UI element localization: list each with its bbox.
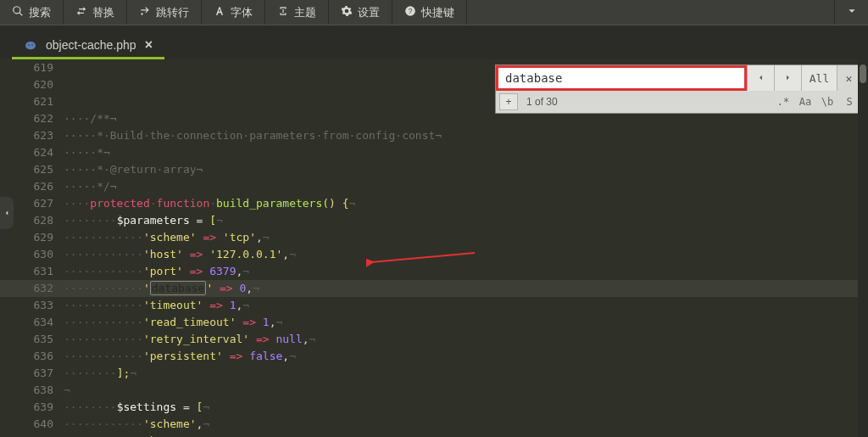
toolbar-label: 搜索 (29, 5, 51, 20)
svg-point-3 (25, 42, 36, 49)
code-line[interactable]: ············'persistent' => false,¬ (64, 348, 868, 365)
code-line[interactable]: ········$settings = [¬ (64, 399, 868, 416)
tab-active[interactable]: object-cache.php × (12, 32, 164, 59)
php-file-icon (24, 38, 37, 52)
code-line[interactable]: ············'timeout' => 1,¬ (64, 297, 868, 314)
search-opt-regex[interactable]: .* (772, 96, 794, 108)
toolbar-goto-line[interactable]: 跳转行 (127, 0, 202, 25)
code-line[interactable]: ············'read_timeout' => 1,¬ (64, 314, 868, 331)
code-line[interactable]: ········$parameters = [¬ (64, 212, 868, 229)
code-line[interactable]: ············'scheme',¬ (64, 416, 868, 433)
chevron-left-icon (756, 72, 765, 85)
chevron-right-icon (783, 72, 793, 85)
search-icon (12, 5, 24, 20)
code-line[interactable]: ·····*·Build·the·connection·parameters·f… (64, 127, 868, 144)
toolbar-label: 替换 (92, 5, 114, 20)
gutter: 6196206216226236246256266276286296306316… (0, 59, 64, 437)
toolbar-font[interactable]: 字体 (202, 0, 265, 25)
search-expand-button[interactable]: + (499, 93, 518, 110)
close-icon: ✕ (846, 72, 853, 85)
code-line[interactable]: ·····*¬ (64, 144, 868, 161)
search-opt-case[interactable]: Aa (794, 96, 816, 108)
toolbar-search[interactable]: 搜索 (0, 0, 64, 25)
toolbar-replace[interactable]: 替换 (64, 0, 127, 25)
code-line[interactable]: ·····*·@return·array¬ (64, 161, 868, 178)
close-icon[interactable]: × (145, 37, 153, 53)
search-all-button[interactable]: All (801, 65, 837, 91)
toolbar-overflow[interactable] (834, 0, 868, 25)
svg-point-5 (31, 44, 33, 46)
toolbar-label: 主题 (294, 5, 316, 20)
search-input[interactable] (496, 65, 747, 91)
code-line[interactable]: ············'host',¬ (64, 433, 868, 437)
search-opt-wholeword[interactable]: \b (816, 96, 838, 108)
chevron-left-icon (3, 205, 11, 221)
theme-icon (277, 5, 289, 20)
code-line[interactable]: ············'retry_interval' => null,¬ (64, 331, 868, 348)
code-line[interactable]: ············'port' => 6379,¬ (64, 263, 868, 280)
svg-text:?: ? (409, 8, 413, 15)
toolbar-shortcuts[interactable]: ? 快捷键 (392, 0, 467, 25)
toolbar-theme[interactable]: 主题 (265, 0, 329, 25)
font-icon (214, 5, 225, 20)
editor[interactable]: 6196206216226236246256266276286296306316… (0, 59, 868, 437)
code-line[interactable]: ····protected·function·build_parameters(… (64, 195, 868, 212)
search-result-count: 1 of 30 (526, 96, 772, 108)
svg-point-0 (141, 13, 142, 14)
replace-icon (75, 5, 87, 20)
code-line[interactable]: ············'scheme' => 'tcp',¬ (64, 229, 868, 246)
toolbar-label: 设置 (358, 5, 380, 20)
code-line[interactable]: ············'database' => 0,¬ (64, 280, 868, 297)
search-next-button[interactable] (774, 65, 801, 91)
toolbar-label: 快捷键 (421, 5, 454, 20)
shortcuts-icon: ? (404, 5, 416, 20)
settings-icon (341, 5, 353, 20)
tab-bar: object-cache.php × (0, 25, 868, 59)
search-panel: All ✕ + 1 of 30 .* Aa \b S (495, 64, 861, 114)
toolbar-settings[interactable]: 设置 (329, 0, 392, 25)
scrollbar-thumb[interactable] (860, 64, 866, 83)
search-prev-button[interactable] (747, 65, 774, 91)
chevron-down-icon (846, 5, 858, 20)
code-area[interactable]: ····/**¬·····*·Build·the·connection·para… (64, 59, 868, 437)
search-close-button[interactable]: ✕ (837, 65, 860, 91)
toolbar: 搜索 替换 跳转行 字体 主题 设置 ? 快捷键 (0, 0, 868, 25)
toolbar-label: 字体 (231, 5, 253, 20)
goto-line-icon (139, 5, 151, 20)
toolbar-label: 跳转行 (156, 5, 189, 20)
code-line[interactable]: ·····*/¬ (64, 178, 868, 195)
scrollbar[interactable] (858, 59, 868, 437)
tab-filename: object-cache.php (46, 38, 136, 52)
panel-expand-handle[interactable] (0, 197, 14, 229)
svg-point-4 (28, 44, 30, 46)
code-line[interactable]: ········];¬ (64, 365, 868, 382)
code-line[interactable]: ¬ (64, 382, 868, 399)
code-line[interactable]: ············'host' => '127.0.0.1',¬ (64, 246, 868, 263)
